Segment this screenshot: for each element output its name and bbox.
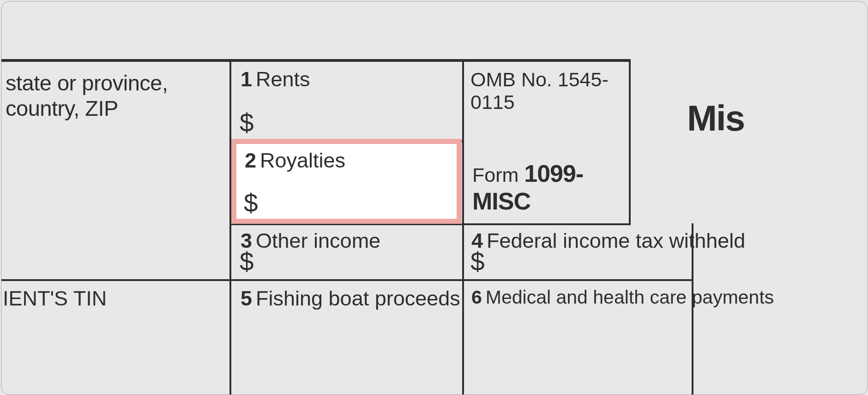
recipient-tin-cell: IENT'S TIN — [1, 281, 231, 395]
box-1-label: 1Rents — [241, 67, 310, 91]
box-4-currency: $ — [470, 247, 485, 276]
box-3-other-income[interactable]: 3Other income $ — [231, 223, 464, 281]
payer-address-cell: state or province, country, ZIP — [1, 62, 231, 281]
box-3-currency: $ — [240, 247, 254, 276]
recipient-tin-label-fragment: IENT'S TIN — [3, 287, 107, 311]
omb-form-cell: OMB No. 1545-0115 Form 1099-MISC — [462, 62, 631, 225]
omb-number: OMB No. 1545-0115 — [470, 68, 629, 114]
form-1099-misc-fragment: state or province, country, ZIP 1Rents $… — [1, 1, 868, 395]
box-2-royalties[interactable]: 2Royalties $ — [231, 139, 462, 224]
box-5-fishing-boat[interactable]: 5Fishing boat proceeds — [231, 281, 464, 395]
form-title-fragment: Mis — [687, 97, 744, 139]
box-2-currency: $ — [244, 188, 258, 218]
box-1-currency: $ — [240, 108, 254, 138]
form-viewport: state or province, country, ZIP 1Rents $… — [1, 1, 868, 395]
box-4-fed-tax-withheld[interactable]: 4Federal income tax withheld $ — [462, 223, 693, 281]
box-4-label: 4Federal income tax withheld — [471, 229, 745, 253]
box-3-label: 3Other income — [241, 229, 380, 253]
box-6-medical[interactable]: 6Medical and health care payments — [462, 281, 693, 395]
box-6-label: 6Medical and health care payments — [471, 287, 774, 308]
address-label-fragment: state or province, country, ZIP — [6, 70, 229, 121]
box-5-label: 5Fishing boat proceeds — [241, 287, 460, 311]
box-1-rents[interactable]: 1Rents $ — [231, 62, 464, 142]
box-2-label: 2Royalties — [245, 149, 345, 173]
form-name: Form 1099-MISC — [472, 160, 629, 215]
